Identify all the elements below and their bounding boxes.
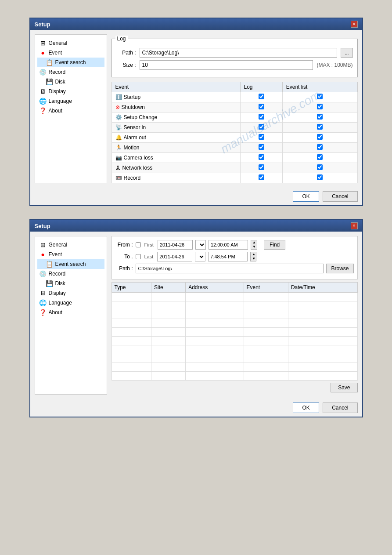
eventlist-checkbox-setup-change[interactable] <box>317 114 323 120</box>
path-input[interactable] <box>140 48 338 58</box>
log-check-cell <box>240 173 282 183</box>
window-title-2: Setup <box>35 223 50 229</box>
sidebar-item-display-2[interactable]: 🖥 Display <box>37 288 104 298</box>
table-row: 📼Record <box>111 173 357 183</box>
log-check-cell <box>240 133 282 143</box>
event-cell: 🏃Motion <box>111 143 240 153</box>
ok-button-1[interactable]: OK <box>293 191 319 202</box>
search-path-row: Path : Browse <box>115 264 354 273</box>
from-time-input[interactable] <box>209 240 248 250</box>
event-icon-1: ● <box>40 49 47 56</box>
to-time-down[interactable]: ▼ <box>251 257 257 261</box>
eventlist-checkbox-sensor-in[interactable] <box>317 124 323 130</box>
log-checkbox-shutdown[interactable] <box>259 104 264 109</box>
to-date-input[interactable] <box>157 252 192 261</box>
eventlist-checkbox-startup[interactable] <box>317 94 323 99</box>
title-bar-2: Setup × <box>30 220 362 232</box>
sidebar-item-event-1[interactable]: ● Event <box>37 48 104 58</box>
from-row: From : First ▼ ▲ ▼ Find <box>115 240 354 250</box>
browse-button-2[interactable]: Browse <box>326 264 353 273</box>
table-row: 🔔Alarm out <box>111 133 357 143</box>
window-body-2: ⊞ General ● Event 📋 Event search 💿 Recor… <box>30 232 362 399</box>
first-checkbox[interactable] <box>136 242 141 247</box>
search-path-label: Path : <box>115 265 133 272</box>
to-time-input[interactable] <box>208 252 248 261</box>
log-group: Log Path : ... Size : (MAX : 100MB) <box>111 39 358 77</box>
sidebar-1: ⊞ General ● Event 📋 Event search 💿 Recor… <box>35 34 107 183</box>
from-label: From : <box>115 242 133 248</box>
size-label: Size : <box>116 62 136 68</box>
log-checkbox-startup[interactable] <box>259 94 264 99</box>
cancel-button-2[interactable]: Cancel <box>323 403 357 413</box>
results-row-4 <box>111 319 357 328</box>
sidebar-item-record-1[interactable]: 💿 Record <box>37 67 104 77</box>
log-checkbox-alarm-out[interactable] <box>259 134 264 140</box>
sidebar-item-disk-2[interactable]: 💾 Disk <box>37 279 104 288</box>
type-col-header: Type <box>111 283 151 293</box>
eventlist-checkbox-alarm-out[interactable] <box>317 134 323 140</box>
save-button[interactable]: Save <box>331 383 357 392</box>
table-row: 📷Camera loss <box>111 153 357 163</box>
eventlist-checkbox-network-loss[interactable] <box>317 164 323 170</box>
event-table: Event Log Event list ℹ️Startup <box>111 82 358 183</box>
sidebar-item-general-2[interactable]: ⊞ General <box>37 240 104 250</box>
last-checkbox[interactable] <box>136 254 141 259</box>
sidebar-item-display-1[interactable]: 🖥 Display <box>37 87 104 96</box>
eventlist-checkbox-camera-loss[interactable] <box>317 154 323 160</box>
results-row-8 <box>111 354 357 363</box>
to-date-dropdown[interactable]: ▼ <box>195 252 205 261</box>
sidebar-item-disk-1[interactable]: 💾 Disk <box>37 77 104 87</box>
main-content-1: Log Path : ... Size : (MAX : 100MB) <box>111 34 358 183</box>
sidebar-item-language-2[interactable]: 🌐 Language <box>37 298 104 308</box>
close-button-2[interactable]: × <box>351 222 358 229</box>
eventlist-checkbox-shutdown[interactable] <box>317 104 323 109</box>
path-row: Path : ... <box>116 48 353 58</box>
record-icon-2: 💿 <box>40 270 47 277</box>
from-time-up[interactable]: ▲ <box>251 240 257 245</box>
browse-button[interactable]: ... <box>341 48 352 58</box>
window-title-1: Setup <box>35 21 50 28</box>
event-cell: ⊗Shutdown <box>111 102 240 112</box>
log-checkbox-sensor-in[interactable] <box>259 124 264 130</box>
first-label: First <box>144 242 154 247</box>
eventlist-check-cell <box>282 92 357 102</box>
event-search-icon-2: 📋 <box>46 261 53 268</box>
about-icon-2: ❓ <box>40 309 47 316</box>
close-button-1[interactable]: × <box>351 21 358 28</box>
sidebar-item-general-1[interactable]: ⊞ General <box>37 38 104 48</box>
ok-button-2[interactable]: OK <box>293 403 319 413</box>
event-col-header: Event <box>111 82 240 92</box>
sidebar-item-record-2[interactable]: 💿 Record <box>37 269 104 279</box>
sidebar-item-event-search-2[interactable]: 📋 Event search <box>37 259 104 269</box>
log-check-cell <box>240 102 282 112</box>
log-checkbox-motion[interactable] <box>259 144 264 150</box>
eventlist-checkbox-motion[interactable] <box>317 144 323 150</box>
table-row: ℹ️Startup <box>111 92 357 102</box>
results-row-2 <box>111 301 357 310</box>
log-checkbox-setup-change[interactable] <box>259 114 264 120</box>
log-check-cell <box>240 163 282 173</box>
search-path-input[interactable] <box>136 264 324 273</box>
event-search-icon-1: 📋 <box>46 59 53 66</box>
sidebar-item-language-1[interactable]: 🌐 Language <box>37 96 104 106</box>
from-time-down[interactable]: ▼ <box>251 245 257 249</box>
log-checkbox-camera-loss[interactable] <box>259 154 264 160</box>
from-date-input[interactable] <box>158 240 193 250</box>
sidebar-item-event-2[interactable]: ● Event <box>37 250 104 259</box>
sidebar-item-event-search-1[interactable]: 📋 Event search <box>37 58 104 67</box>
size-row: Size : (MAX : 100MB) <box>116 60 353 70</box>
log-checkbox-record[interactable] <box>259 174 264 180</box>
eventlist-check-cell <box>282 102 357 112</box>
cancel-button-1[interactable]: Cancel <box>323 191 357 202</box>
find-button[interactable]: Find <box>264 240 285 250</box>
size-input[interactable] <box>140 60 313 70</box>
display-icon-1: 🖥 <box>40 88 47 95</box>
sidebar-item-about-2[interactable]: ❓ About <box>37 308 104 317</box>
from-date-dropdown[interactable]: ▼ <box>195 240 206 250</box>
sidebar-item-about-1[interactable]: ❓ About <box>37 106 104 116</box>
to-time-up[interactable]: ▲ <box>251 252 257 257</box>
eventlist-checkbox-record[interactable] <box>317 174 323 180</box>
log-checkbox-network-loss[interactable] <box>259 164 264 170</box>
event-cell: 📼Record <box>111 173 240 183</box>
language-icon-1: 🌐 <box>40 98 47 105</box>
